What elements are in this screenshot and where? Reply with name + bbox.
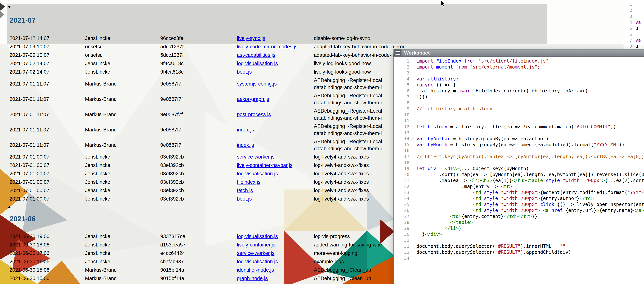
commit-date: 2021-06-30 15:06 — [10, 276, 85, 282]
code-line[interactable]: u — [634, 43, 638, 49]
commit-file-link[interactable]: post-process.js — [237, 112, 271, 117]
code-line[interactable]: // let history = allhistory — [412, 106, 492, 112]
code-line[interactable]: </table> — [412, 219, 473, 225]
commit-file-link[interactable]: lively-container.js — [237, 242, 276, 248]
code-line[interactable]: import moment from "src/external/moment.… — [412, 64, 540, 70]
editor-line: 7va — [624, 37, 644, 43]
code-line[interactable] — [634, 31, 636, 37]
commit-file-link[interactable]: ast-capabilities.js — [237, 52, 276, 58]
code-line[interactable]: document.body.querySelector("#RESULT").a… — [412, 249, 571, 255]
code-line[interactable]: allhistory = await FileIndex.current().d… — [412, 88, 588, 94]
commit-file-cell: identifier-node.js — [237, 267, 314, 273]
code-line[interactable] — [634, 13, 636, 19]
commit-file-link[interactable]: lively-container-navbar.js — [237, 162, 292, 168]
code-line[interactable] — [412, 160, 416, 166]
commit-author: JensLincke — [85, 242, 160, 248]
commit-file-cell: boot.js — [237, 69, 314, 75]
commit-date: 2021-07-01 11:07 — [10, 112, 85, 117]
month-header: 2021-07 — [10, 16, 36, 24]
workspace-editor[interactable]: 1import FileIndex from "src/client/filei… — [394, 57, 644, 284]
window-menu-icon[interactable] — [394, 49, 402, 56]
code-line[interactable] — [634, 7, 636, 13]
commit-file-link[interactable]: fileindex.js — [237, 179, 260, 185]
code-line[interactable]: u — [634, 25, 638, 31]
code-line[interactable]: .sort().map(ea => [byMonth[ea].length, e… — [412, 172, 644, 178]
code-line[interactable] — [412, 148, 416, 154]
code-line[interactable]: var byMonth = history.groupBy(ea => mome… — [412, 142, 624, 148]
commit-date: 2021-07-01 00:07 — [10, 162, 85, 168]
code-line[interactable]: let history = allhistory.filter(ea => !e… — [412, 124, 616, 130]
line-number: 11 — [394, 118, 412, 124]
code-line[interactable]: va — [634, 19, 641, 25]
commit-file-link[interactable]: fetch.js — [237, 188, 253, 193]
code-line[interactable] — [412, 70, 416, 76]
code-line[interactable]: <td style="width:200px">{entry.author}</… — [412, 196, 594, 202]
code-line[interactable] — [634, 1, 636, 7]
line-number: 29 — [394, 225, 412, 231]
code-line[interactable]: <td style="width:200px">{moment(entry.mo… — [412, 190, 644, 196]
commit-author: JensLincke — [85, 259, 160, 265]
code-line[interactable]: import FileIndex from "src/client/filein… — [412, 58, 548, 64]
code-line[interactable]: .map(ea => <li><h3>{ea[1]}</h3><table st… — [412, 178, 644, 184]
line-number: 15 — [394, 142, 412, 148]
code-line[interactable]: <td style="width:200px"> <a href={entry.… — [412, 208, 644, 213]
code-line[interactable]: <td style="width:200px" click={() => liv… — [412, 202, 644, 208]
commit-file-link[interactable]: graph-node.js — [237, 276, 268, 281]
commit-file-link[interactable]: log-visualisation.js — [237, 61, 278, 66]
editor-line: 26 <td style="width:200px"> <a href={ent… — [394, 208, 644, 213]
commit-file-link[interactable]: log-visualisation.js — [237, 234, 278, 239]
commit-author: JensLincke — [85, 179, 160, 185]
code-line[interactable]: .map(entry => <tr> — [412, 184, 512, 190]
line-number: 7 — [624, 37, 634, 43]
code-line[interactable] — [412, 118, 416, 124]
commit-hash: 9f4ca618c — [160, 69, 237, 75]
commit-file-link[interactable]: identifier-node.js — [237, 267, 274, 273]
editor-line: 30 }</div> — [394, 231, 644, 237]
code-line[interactable] — [412, 130, 416, 136]
code-line[interactable]: va — [634, 37, 641, 43]
commit-hash: 9015bf14a — [160, 276, 237, 282]
commit-date: 2021-06-30 17:06 — [10, 250, 85, 256]
code-line[interactable]: <td>{entry.comment}</td></tr>)} — [412, 213, 537, 219]
code-line[interactable]: var byAuthor = history.groupBy(ea => ea.… — [412, 136, 548, 142]
commit-hash: 03ef392cb — [160, 179, 237, 185]
code-line[interactable] — [412, 255, 416, 261]
commit-file-link[interactable]: systemjs-config.js — [237, 81, 277, 87]
code-line[interactable]: (async () => { — [412, 82, 456, 88]
editor-line: 32document.body.querySelector("#RESULT")… — [394, 243, 644, 249]
commit-hash: 9e0587f7f — [160, 142, 237, 148]
commit-author: JensLincke — [85, 250, 160, 256]
commit-author: JensLincke — [85, 162, 160, 168]
line-number: 7 — [394, 94, 412, 100]
commit-file-link[interactable]: service-worker.js — [237, 154, 274, 160]
warning-icon[interactable]: ⚠ — [411, 136, 415, 142]
editor-line: 29 </li>) — [394, 225, 644, 231]
code-line[interactable] — [412, 112, 416, 118]
commit-file-link[interactable]: boot.js — [237, 196, 252, 202]
line-number: 3 — [394, 70, 412, 76]
commit-file-link[interactable]: log-visualisation.js — [237, 259, 278, 265]
code-line[interactable] — [412, 100, 416, 106]
commit-file-link[interactable]: aexpr-graph.js — [237, 96, 269, 102]
commit-date: 2021-06-30 15:06 — [10, 267, 85, 273]
window-titlebar[interactable]: Workspace — [394, 49, 644, 57]
line-number: 27 — [394, 213, 412, 219]
code-line[interactable]: var allhistory; — [412, 76, 459, 82]
commit-file-link[interactable]: index.js — [237, 142, 254, 148]
code-line[interactable]: }</div> — [412, 231, 442, 237]
commit-file-link[interactable]: lively-code-mirror-modes.js — [237, 44, 298, 49]
commit-file-link[interactable]: log-visualisation.js — [237, 171, 278, 176]
code-line[interactable]: </li>) — [412, 225, 462, 231]
code-line[interactable]: document.body.querySelector("#RESULT").i… — [412, 243, 566, 249]
commit-file-link[interactable]: boot.js — [237, 69, 252, 75]
month-header: 2021-06 — [10, 215, 36, 223]
commit-file-link[interactable]: index.js — [237, 127, 254, 133]
code-line[interactable]: })() — [412, 94, 428, 100]
commit-file-link[interactable]: service-worker.js — [237, 250, 274, 256]
background-editor[interactable]: 1234va5u67va8u — [624, 0, 644, 49]
code-line[interactable]: let div = <div>{... Object.keys(byMonth) — [412, 166, 529, 172]
code-line[interactable]: // Object.keys(byAuthor).map(ea => [byAu… — [412, 154, 644, 160]
commit-file-cell: fileindex.js — [237, 179, 314, 185]
code-line[interactable] — [412, 237, 416, 243]
commit-file-link[interactable]: lively-sync.js — [237, 35, 265, 41]
